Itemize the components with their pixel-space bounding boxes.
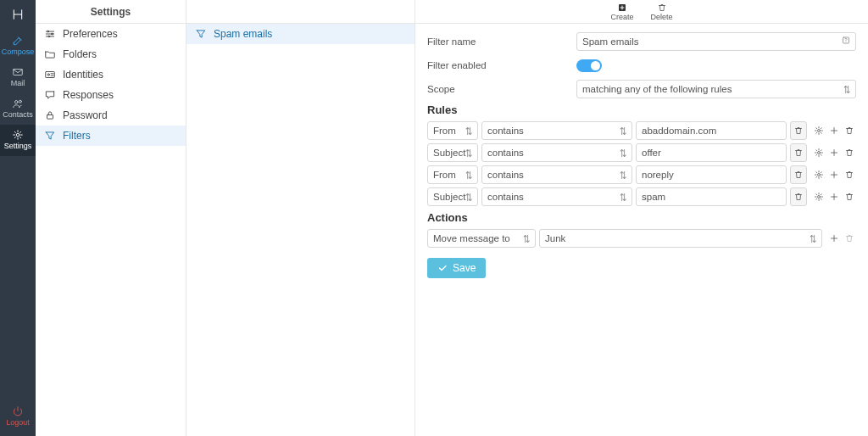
rail-item-mail[interactable]: Mail [0,62,36,93]
trash-icon [793,148,804,158]
rule-settings-button[interactable] [812,190,826,204]
pencil-square-icon [12,35,24,47]
action-select[interactable]: Move message to ⇅ [427,229,536,248]
delete-button[interactable]: Delete [644,0,680,23]
rule-add-button[interactable] [827,190,841,204]
rule-field-select[interactable]: From ⇅ [427,121,478,140]
gear-icon [814,126,824,136]
settings-item-password[interactable]: Password [36,105,186,126]
rule-value-input[interactable] [636,143,787,162]
rule-add-button[interactable] [827,168,841,182]
help-icon[interactable] [841,36,851,48]
settings-item-filters[interactable]: Filters [36,126,186,146]
settings-item-preferences[interactable]: Preferences [36,24,186,44]
rule-row: Subject ⇅ contains ⇅ [427,143,856,162]
filters-column: Spam emails [186,0,415,436]
rule-op-value: contains [487,148,524,158]
settings-title: Settings [91,6,131,18]
rule-ops [812,124,856,137]
rule-row: From ⇅ contains ⇅ [427,165,856,184]
action-add-button[interactable] [827,232,841,245]
plus-icon [829,192,839,202]
svg-point-3 [16,133,19,137]
action-remove-button[interactable] [843,232,856,245]
trash-icon [793,126,804,136]
rail-item-logout[interactable]: Logout [0,401,36,433]
rule-value-input[interactable] [636,165,787,184]
svg-point-15 [818,174,821,176]
filter-item-label: Spam emails [214,28,272,40]
rule-op-select[interactable]: contains ⇅ [481,165,632,184]
svg-point-2 [19,100,21,103]
rule-op-select[interactable]: contains ⇅ [481,143,632,162]
rule-value-input[interactable] [636,121,787,140]
rule-settings-button[interactable] [812,168,826,182]
trash-icon [844,148,854,158]
filters-header [186,0,415,24]
toolbar: Create Delete [415,0,868,24]
chevron-updown-icon: ⇅ [465,147,472,158]
plus-icon [829,126,839,136]
svg-point-1 [15,100,19,103]
filter-name-input[interactable] [576,32,856,51]
settings-item-label: Password [63,109,108,121]
chevron-updown-icon: ⇅ [620,125,626,136]
save-button[interactable]: Save [427,258,486,278]
svg-point-14 [818,152,821,154]
rule-delete-button[interactable] [790,165,807,184]
rule-settings-button[interactable] [812,124,826,137]
rule-op-select[interactable]: contains ⇅ [481,187,632,206]
create-button[interactable]: Create [604,0,640,23]
task-rail: Compose Mail Contacts Settings Logout [0,0,36,436]
rule-field-select[interactable]: Subject ⇅ [427,143,478,162]
rule-remove-button[interactable] [843,146,856,159]
rule-add-button[interactable] [827,146,841,159]
trash-icon [844,126,854,136]
settings-item-label: Identities [63,69,103,81]
rule-delete-button[interactable] [790,187,807,206]
trash-icon [657,3,667,13]
users-icon [12,98,24,109]
svg-point-8 [47,74,49,75]
settings-item-folders[interactable]: Folders [36,44,186,64]
row-filter-name: Filter name [427,32,856,51]
chevron-updown-icon: ⇅ [620,191,626,202]
chevron-updown-icon: ⇅ [465,125,472,136]
filter-enabled-toggle[interactable] [576,59,602,72]
action-target-select[interactable]: Junk ⇅ [539,229,822,248]
rule-remove-button[interactable] [843,124,856,137]
rule-settings-button[interactable] [812,146,826,159]
rule-add-button[interactable] [827,124,841,137]
chevron-updown-icon: ⇅ [810,232,816,243]
rule-remove-button[interactable] [843,168,856,182]
rule-delete-button[interactable] [790,121,807,140]
rail-item-settings[interactable]: Settings [0,125,36,156]
rail-item-label: Logout [6,418,30,427]
row-scope: Scope matching any of the following rule… [427,80,856,98]
settings-item-label: Preferences [63,28,118,40]
rule-op-value: contains [487,192,524,202]
rule-field-select[interactable]: Subject ⇅ [427,187,478,206]
rail-item-label: Mail [11,79,25,87]
rule-remove-button[interactable] [843,190,856,204]
action-target-value: Junk [545,233,565,243]
scope-select[interactable]: matching any of the following rules ⇅ [576,80,856,98]
rule-value-input[interactable] [636,187,787,206]
action-row: Move message to ⇅ Junk ⇅ [427,229,856,248]
settings-list: Preferences Folders Identities Responses… [36,24,186,146]
rule-field-select[interactable]: From ⇅ [427,165,478,184]
rail-item-contacts[interactable]: Contacts [0,93,36,125]
chevron-updown-icon: ⇅ [620,169,626,180]
rail-item-label: Compose [2,48,35,56]
rule-op-select[interactable]: contains ⇅ [481,121,632,140]
filter-item[interactable]: Spam emails [186,24,415,44]
settings-item-label: Folders [63,48,97,60]
rail-item-compose[interactable]: Compose [0,31,36,62]
sliders-icon [44,28,56,40]
rule-row: Subject ⇅ contains ⇅ [427,187,856,206]
toolbar-label: Delete [651,14,673,21]
settings-item-identities[interactable]: Identities [36,64,186,85]
settings-item-responses[interactable]: Responses [36,85,186,105]
actions-title: Actions [427,211,856,224]
rule-delete-button[interactable] [790,143,807,162]
